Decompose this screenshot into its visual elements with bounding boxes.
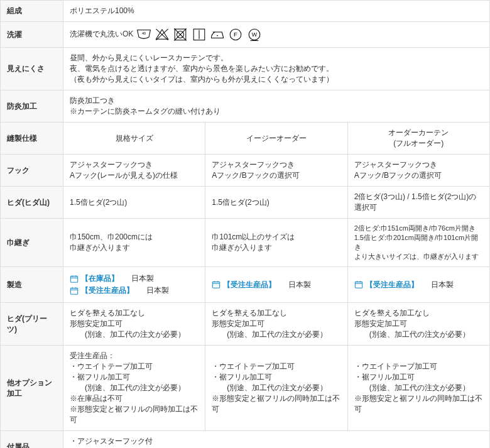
seam-col1: 巾150cm、巾200cmには 巾継ぎが入ります [63, 219, 205, 267]
calendar-icon [212, 280, 220, 289]
pleats-col3: ヒダを整える加工なし 形態安定加工可 (別途、加工代の注文が必要） [347, 303, 489, 346]
calendar-icon [70, 287, 79, 295]
mfg-country: 日本製 [131, 273, 154, 284]
row-flame-label: 防炎加工 [1, 90, 63, 123]
row-flame-value: 防炎加工つき ※カーテンに防炎ネームタグの縫い付けあり [63, 90, 490, 123]
row-composition-label: 組成 [1, 1, 63, 22]
row-visibility-label: 見えにくさ [1, 48, 63, 90]
hida-col1: 1.5倍ヒダ(2つ山) [63, 187, 205, 219]
flame-line2: ※カーテンに防炎ネームタグの縫い付けあり [70, 106, 483, 117]
row-wash-value: 洗濯機で丸洗いOK 40 F W [63, 22, 490, 48]
row-accessories-value: ・アジャスターフック付 ※タッセルバンド無し（レースカーテンには、纏めるヒモ等を… [63, 431, 490, 449]
svg-text:F: F [234, 31, 237, 38]
pleats-col1: ヒダを整える加工なし 形態安定加工可 (別途、加工代の注文が必要） [63, 303, 205, 346]
row-wash-label: 洗濯 [1, 22, 63, 48]
mfg-item: 【受注生産品】 日本製 [212, 280, 340, 290]
calendar-icon [354, 280, 363, 289]
dryclean-f-icon: F [228, 27, 243, 42]
dry-hang-icon [192, 27, 207, 42]
row-composition-value: ポリエステル100% [63, 1, 490, 22]
flame-line1: 防炎加工つき [70, 96, 483, 106]
wash-icons: 40 F W [136, 27, 263, 42]
row-sewing-label: 縫製仕様 [1, 123, 63, 155]
mfg-col2: 【受注生産品】 日本製 [205, 267, 347, 303]
svg-rect-23 [213, 282, 220, 288]
mfg-tag: 【受注生産品】 [81, 285, 134, 296]
hida-col2: 1.5倍ヒダ(2つ山) [205, 187, 347, 219]
mfg-item: 【受注生産品】 日本製 [354, 280, 483, 290]
hook-col1: アジャスターフックつき Aフック(レールが見える)の仕様 [63, 155, 205, 187]
row-hook-label: フック [1, 155, 63, 187]
svg-rect-19 [70, 288, 77, 294]
svg-text:W: W [252, 31, 258, 38]
options-col2: ・ウエイトテープ加工可 ・裾フリル加工可 (別途、加工代の注文が必要） ※形態安… [205, 346, 347, 431]
row-accessories-label: 付属品 [1, 431, 63, 449]
row-hida-label: ヒダ(ヒダ山) [1, 187, 63, 219]
hida-col3: 2倍ヒダ(3つ山) / 1.5倍ヒダ(2つ山)の選択可 [347, 187, 489, 219]
pleats-col2: ヒダを整える加工なし 形態安定加工可 (別途、加工代の注文が必要） [205, 303, 347, 346]
mfg-col3: 【受注生産品】 日本製 [347, 267, 489, 303]
no-bleach-icon [155, 27, 170, 42]
mfg-tag: 【受注生産品】 [366, 280, 418, 290]
accessories-line1: ・アジャスターフック付 [70, 436, 483, 447]
calendar-icon [70, 275, 79, 283]
wash-machine-40-icon: 40 [136, 27, 151, 42]
options-col1: 受注生産品： ・ウエイトテープ加工可 ・裾フリル加工可 (別途、加工代の注文が必… [63, 346, 205, 431]
hook-col2: アジャスターフックつき Aフック/Bフックの選択可 [205, 155, 347, 187]
sewing-col2: イージーオーダー [205, 123, 347, 155]
visibility-line2: 夜、電気を点けると透けますが、室内から景色を楽しみたい方にお勧めです。 [70, 63, 483, 74]
visibility-line1: 昼間、外から見えにくいレースカーテンです。 [70, 53, 483, 63]
row-options-label: 他オプション加工 [1, 346, 63, 431]
mfg-country: 日本製 [431, 280, 454, 290]
iron-low-icon [210, 27, 225, 42]
mfg-tag: 【在庫品】 [81, 273, 119, 284]
mfg-country: 日本製 [146, 285, 169, 296]
options-col3: ・ウエイトテープ加工可 ・裾フリル加工可 (別途、加工代の注文が必要） ※形態安… [347, 346, 489, 431]
seam-col2: 巾101cm以上のサイズは 巾継ぎが入ります [205, 219, 347, 267]
mfg-item: 【在庫品】 日本製 [70, 273, 199, 284]
seam-col3: 2倍ヒダ:巾151cm両開き/巾76cm片開き 1.5倍ヒダ:巾201cm両開き… [347, 219, 489, 267]
row-seam-label: 巾継ぎ [1, 219, 63, 267]
row-mfg-label: 製造 [1, 267, 63, 303]
visibility-line3: （夜も外から見えにくいタイプは、室内からも外が見えにくくなっています） [70, 74, 483, 85]
row-visibility-value: 昼間、外から見えにくいレースカーテンです。 夜、電気を点けると透けますが、室内か… [63, 48, 490, 90]
no-tumble-dry-icon [173, 27, 188, 42]
mfg-country: 日本製 [288, 280, 311, 290]
sewing-col3: オーダーカーテン (フルオーダー) [347, 123, 489, 155]
mfg-tag: 【受注生産品】 [223, 280, 276, 290]
svg-point-9 [217, 35, 218, 36]
wetclean-w-icon: W [247, 27, 262, 42]
mfg-item: 【受注生産品】 日本製 [70, 285, 199, 296]
svg-rect-15 [70, 276, 77, 282]
sewing-col1: 規格サイズ [63, 123, 205, 155]
svg-rect-27 [355, 282, 362, 288]
hook-col3: アジャスターフックつき Aフック/Bフックの選択可 [347, 155, 489, 187]
spec-table: 組成 ポリエステル100% 洗濯 洗濯機で丸洗いOK 40 F W 見えにくさ … [0, 0, 490, 448]
mfg-col1: 【在庫品】 日本製【受注生産品】 日本製 [63, 267, 205, 303]
svg-text:40: 40 [142, 31, 146, 35]
row-pleats-label: ヒダ(プリーツ) [1, 303, 63, 346]
wash-text: 洗濯機で丸洗いOK [70, 30, 133, 38]
